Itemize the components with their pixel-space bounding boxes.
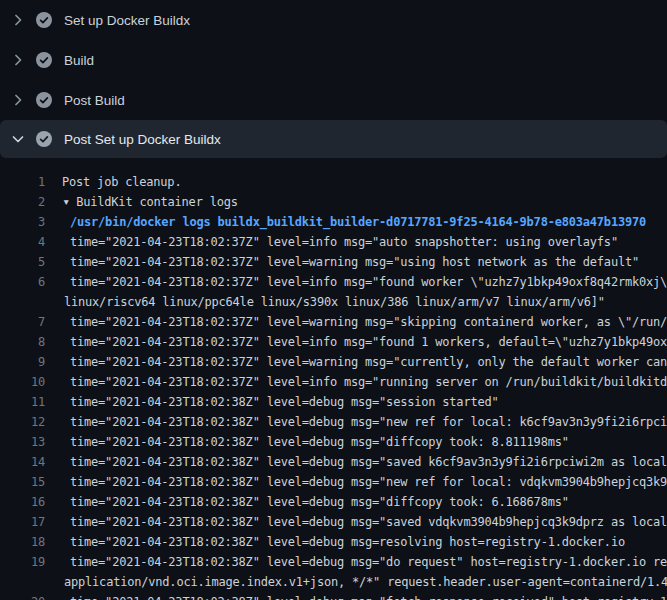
log-line-number[interactable]: 3 [0,212,45,232]
log-line-number[interactable]: 5 [0,252,45,272]
log-line-number[interactable]: 16 [0,492,45,512]
log-line-number[interactable]: 10 [0,372,45,392]
log-line-number[interactable]: 4 [0,232,45,252]
log-line-text: time="2021-04-23T18:02:38Z" level=debug … [70,532,625,552]
log-line-text: time="2021-04-23T18:02:38Z" level=debug … [70,392,499,412]
log-line: 4 time="2021-04-23T18:02:37Z" level=info… [0,232,667,252]
log-line-text: time="2021-04-23T18:02:37Z" level=warnin… [70,252,639,272]
log-line: 16 time="2021-04-23T18:02:38Z" level=deb… [0,492,667,512]
chevron-down-icon [10,131,26,147]
log-line-number[interactable]: 20 [0,592,45,600]
log-line-text: time="2021-04-23T18:02:37Z" level=warnin… [70,312,667,332]
step-row-build[interactable]: Build [0,40,667,80]
log-line-text: linux/riscv64 linux/ppc64le linux/s390x … [64,292,605,312]
chevron-right-icon [10,92,26,108]
log-line-text: time="2021-04-23T18:02:37Z" level=info m… [70,372,667,392]
log-line-text: time="2021-04-23T18:02:37Z" level=info m… [70,332,667,352]
log-line: 19 time="2021-04-23T18:02:38Z" level=deb… [0,552,667,572]
step-row-setup-docker-buildx[interactable]: Set up Docker Buildx [0,0,667,40]
log-line-number[interactable]: 14 [0,452,45,472]
log-line-number [0,572,45,592]
log-line-number[interactable]: 1 [0,172,45,192]
log-line: 11 time="2021-04-23T18:02:38Z" level=deb… [0,392,667,412]
log-line: 5 time="2021-04-23T18:02:37Z" level=warn… [0,252,667,272]
log-line: 7 time="2021-04-23T18:02:37Z" level=warn… [0,312,667,332]
chevron-right-icon [10,12,26,28]
log-line: 2 ▼BuildKit container logs [0,192,667,212]
log-line: 15 time="2021-04-23T18:02:38Z" level=deb… [0,472,667,492]
log-line: 18 time="2021-04-23T18:02:38Z" level=deb… [0,532,667,552]
log-line-text: time="2021-04-23T18:02:38Z" level=debug … [70,432,569,452]
log-line: application/vnd.oci.image.index.v1+json,… [0,572,667,592]
log-line-number[interactable]: 19 [0,552,45,572]
step-label: Set up Docker Buildx [64,13,190,28]
chevron-right-icon [10,52,26,68]
group-collapse-triangle-icon: ▼ [62,192,70,212]
log-line-number[interactable]: 17 [0,512,45,532]
log-line-text: time="2021-04-23T18:02:38Z" level=debug … [70,452,667,472]
step-row-post-build[interactable]: Post Build [0,80,667,120]
log-line: 10 time="2021-04-23T18:02:37Z" level=inf… [0,372,667,392]
log-line-text[interactable]: ▼BuildKit container logs [62,192,238,212]
check-circle-icon [36,131,52,147]
log-line: 14 time="2021-04-23T18:02:38Z" level=deb… [0,452,667,472]
log-line-number[interactable]: 18 [0,532,45,552]
log-line-text: time="2021-04-23T18:02:38Z" level=debug … [70,412,667,432]
step-label: Post Build [64,93,125,108]
log-line: 8 time="2021-04-23T18:02:37Z" level=info… [0,332,667,352]
log-line-text: time="2021-04-23T18:02:38Z" level=debug … [70,472,667,492]
check-circle-icon [36,12,52,28]
log-line-number[interactable]: 2 [0,192,45,212]
log-line-text: application/vnd.oci.image.index.v1+json,… [64,572,667,592]
log-line-text: time="2021-04-23T18:02:37Z" level=info m… [70,232,618,252]
log-line-text: time="2021-04-23T18:02:37Z" level=warnin… [70,352,667,372]
log-line-number[interactable]: 13 [0,432,45,452]
check-circle-icon [36,92,52,108]
log-line-text: time="2021-04-23T18:02:38Z" level=debug … [70,552,667,572]
log-line-number [0,292,45,312]
log-line-number[interactable]: 15 [0,472,45,492]
step-label: Post Set up Docker Buildx [64,132,221,147]
log-line: 3 /usr/bin/docker logs buildx_buildkit_b… [0,212,667,232]
log-line: 20 time="2021-04-23T18:02:38Z" level=deb… [0,592,667,600]
log-line-text: /usr/bin/docker logs buildx_buildkit_bui… [70,212,646,232]
log-line: 13 time="2021-04-23T18:02:38Z" level=deb… [0,432,667,452]
actions-log-viewer: Set up Docker Buildx Build Post Build [0,0,667,600]
log-line-number[interactable]: 12 [0,412,45,432]
log-line-number[interactable]: 6 [0,272,45,292]
log-line-number[interactable]: 7 [0,312,45,332]
log-line-number[interactable]: 11 [0,392,45,412]
log-line: 12 time="2021-04-23T18:02:38Z" level=deb… [0,412,667,432]
log-line-text: time="2021-04-23T18:02:37Z" level=info m… [70,272,667,292]
log-line: 9 time="2021-04-23T18:02:37Z" level=warn… [0,352,667,372]
step-label: Build [64,53,94,68]
log-line: linux/riscv64 linux/ppc64le linux/s390x … [0,292,667,312]
log-line-number[interactable]: 9 [0,352,45,372]
log-line-number[interactable]: 8 [0,332,45,352]
log-line-text: time="2021-04-23T18:02:38Z" level=debug … [70,492,569,512]
log-output: 1 Post job cleanup. 2 ▼BuildKit containe… [0,158,667,600]
log-line-text: Post job cleanup. [62,172,181,192]
step-list: Set up Docker Buildx Build Post Build [0,0,667,158]
step-row-post-setup-docker-buildx[interactable]: Post Set up Docker Buildx [0,120,667,158]
check-circle-icon [36,52,52,68]
log-line: 1 Post job cleanup. [0,172,667,192]
log-line: 17 time="2021-04-23T18:02:38Z" level=deb… [0,512,667,532]
log-line: 6 time="2021-04-23T18:02:37Z" level=info… [0,272,667,292]
log-line-text: time="2021-04-23T18:02:38Z" level=debug … [70,512,667,532]
log-line-text: time="2021-04-23T18:02:38Z" level=debug … [70,592,667,600]
